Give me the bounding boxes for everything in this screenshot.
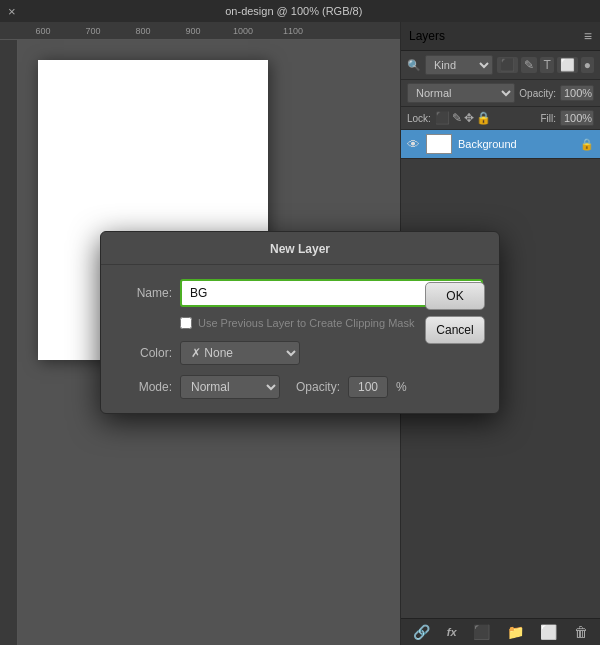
dialog-mode-label: Mode: — [117, 380, 172, 394]
new-layer-dialog: New Layer Name: Use Previous Layer to Cr… — [100, 231, 500, 414]
dialog-opacity-value[interactable]: 100 — [348, 376, 388, 398]
clipping-mask-checkbox[interactable] — [180, 317, 192, 329]
dialog-color-select[interactable]: ✗ None Red Orange Yellow Green Blue Viol… — [180, 341, 300, 365]
dialog-mode-select[interactable]: Normal Dissolve Multiply Screen — [180, 375, 280, 399]
dialog-overlay: New Layer Name: Use Previous Layer to Cr… — [0, 0, 600, 645]
dialog-buttons: OK Cancel — [425, 282, 485, 344]
dialog-mode-row: Mode: Normal Dissolve Multiply Screen Op… — [117, 375, 483, 399]
dialog-title: New Layer — [101, 232, 499, 265]
dialog-name-label: Name: — [117, 286, 172, 300]
dialog-percent: % — [396, 380, 407, 394]
dialog-color-label: Color: — [117, 346, 172, 360]
cancel-button[interactable]: Cancel — [425, 316, 485, 344]
dialog-color-row: Color: ✗ None Red Orange Yellow Green Bl… — [117, 341, 483, 365]
dialog-opacity-label: Opacity: — [296, 380, 340, 394]
clipping-mask-label: Use Previous Layer to Create Clipping Ma… — [198, 317, 414, 329]
ok-button[interactable]: OK — [425, 282, 485, 310]
